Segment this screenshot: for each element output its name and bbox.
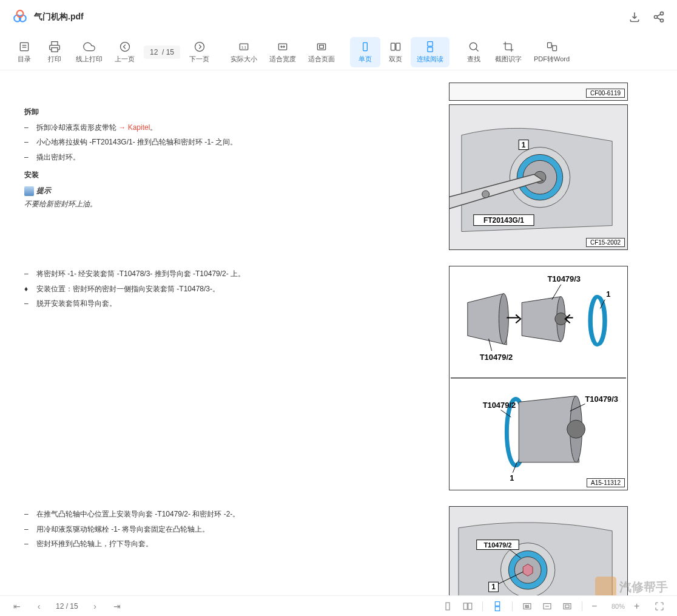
doc-text-block: –将密封环 -1- 经安装套筒 -T10478/3- 推到导向套 -T10479… bbox=[24, 266, 449, 494]
svg-rect-72 bbox=[564, 603, 571, 609]
svg-point-8 bbox=[195, 42, 204, 51]
svg-point-5 bbox=[661, 19, 664, 22]
continuous-view-icon[interactable] bbox=[492, 601, 503, 612]
figure: T10479/3 T10479/2 1 T10479/2 T10479/3 1 bbox=[449, 266, 628, 490]
svg-rect-14 bbox=[363, 42, 368, 50]
svg-rect-65 bbox=[463, 603, 467, 609]
svg-rect-17 bbox=[428, 41, 433, 46]
cloud-print-button[interactable]: 线上打印 bbox=[70, 37, 109, 67]
svg-rect-21 bbox=[552, 46, 556, 50]
figure: 1 FT20143G/1 CF15-2002 bbox=[449, 104, 628, 250]
svg-point-3 bbox=[661, 12, 664, 15]
svg-rect-66 bbox=[468, 603, 472, 609]
svg-rect-12 bbox=[317, 44, 325, 50]
share-icon[interactable] bbox=[653, 11, 665, 23]
doc-text-block: 拆卸 –拆卸冷却液泵齿形皮带轮 → Kapitel。 –小心地将拉拔钩 -FT2… bbox=[24, 83, 449, 254]
next-page-button[interactable]: 下一页 bbox=[183, 37, 215, 67]
header-bar: 气门机构.pdf bbox=[0, 0, 677, 34]
double-page-icon bbox=[389, 41, 402, 53]
single-page-button[interactable]: 单页 bbox=[350, 37, 380, 67]
file-title: 气门机构.pdf bbox=[34, 12, 84, 22]
next-page-button[interactable]: › bbox=[90, 601, 100, 611]
fit-width-icon[interactable] bbox=[542, 601, 553, 612]
heading: 安装 bbox=[24, 169, 437, 182]
link[interactable]: → Kapitel bbox=[118, 123, 150, 132]
svg-rect-64 bbox=[446, 603, 450, 610]
crop-icon bbox=[502, 41, 514, 53]
prev-page-button[interactable]: 上一页 bbox=[109, 37, 141, 67]
page-number-input[interactable] bbox=[144, 46, 180, 59]
double-view-icon[interactable] bbox=[462, 601, 473, 612]
prev-page-button[interactable]: ‹ bbox=[34, 601, 44, 611]
footer-bar: ⇤ ‹ 12 / 15 › ⇥ 1:1 − 80% + bbox=[0, 595, 677, 616]
continuous-icon bbox=[424, 41, 436, 53]
doc-text-block: –在推气凸轮轴中心位置上安装导向套 -T10479/2- 和密封环 -2-。 –… bbox=[24, 506, 449, 595]
cloud-print-icon bbox=[83, 41, 95, 53]
crop-ocr-button[interactable]: 截图识字 bbox=[489, 37, 528, 67]
toolbar: 目录 打印 线上打印 上一页 下一页 1:1 实际大小 适合宽度 适合页面 单页… bbox=[0, 34, 677, 70]
svg-text:1: 1 bbox=[522, 141, 526, 149]
svg-rect-20 bbox=[547, 42, 551, 47]
page-indicator: 12 / 15 bbox=[56, 602, 78, 611]
fit-width-icon bbox=[277, 41, 289, 53]
svg-text:1:1: 1:1 bbox=[241, 45, 246, 49]
convert-button[interactable]: PDF转Word bbox=[528, 37, 576, 67]
svg-marker-57 bbox=[523, 564, 533, 576]
svg-point-19 bbox=[470, 42, 477, 50]
toc-button[interactable]: 目录 bbox=[9, 37, 39, 67]
zoom-out-icon[interactable]: − bbox=[591, 601, 602, 612]
zoom-level: 80% bbox=[611, 603, 625, 610]
svg-rect-18 bbox=[428, 47, 433, 52]
figure-label: CF15-2002 bbox=[586, 238, 625, 247]
svg-rect-6 bbox=[20, 42, 28, 50]
double-page-button[interactable]: 双页 bbox=[380, 37, 411, 67]
svg-rect-16 bbox=[396, 43, 400, 50]
prev-icon bbox=[119, 41, 131, 53]
heading: 拆卸 bbox=[24, 106, 437, 119]
actual-size-icon: 1:1 bbox=[238, 41, 250, 53]
search-button[interactable]: 查找 bbox=[459, 37, 489, 67]
fullscreen-icon[interactable] bbox=[654, 601, 665, 612]
svg-text:1: 1 bbox=[491, 583, 496, 591]
svg-rect-68 bbox=[495, 606, 500, 611]
fit-page-button[interactable]: 适合页面 bbox=[302, 37, 341, 67]
single-view-icon[interactable] bbox=[442, 601, 453, 612]
fit-page-icon bbox=[315, 41, 328, 53]
fit-page-icon[interactable] bbox=[562, 601, 573, 612]
figure-label: A15-11312 bbox=[587, 478, 625, 487]
actual-size-button[interactable]: 1:1 实际大小 bbox=[224, 37, 263, 67]
actual-size-icon[interactable]: 1:1 bbox=[522, 601, 533, 612]
svg-text:FT20143G/1: FT20143G/1 bbox=[483, 216, 524, 225]
svg-rect-15 bbox=[391, 43, 396, 50]
svg-text:T10479/2: T10479/2 bbox=[483, 401, 516, 410]
svg-text:1:1: 1:1 bbox=[525, 605, 530, 608]
zoom-in-icon[interactable]: + bbox=[634, 601, 645, 612]
svg-point-46 bbox=[567, 420, 585, 438]
continuous-button[interactable]: 连续阅读 bbox=[411, 37, 450, 67]
svg-text:T10479/2: T10479/2 bbox=[480, 353, 513, 362]
svg-point-33 bbox=[499, 294, 508, 344]
svg-text:T10479/3: T10479/3 bbox=[585, 394, 618, 404]
last-page-button[interactable]: ⇥ bbox=[112, 601, 122, 611]
svg-text:1: 1 bbox=[606, 289, 610, 299]
print-icon bbox=[49, 41, 61, 53]
search-icon bbox=[468, 41, 480, 53]
next-icon bbox=[194, 41, 206, 53]
svg-text:T10479/3: T10479/3 bbox=[547, 274, 581, 283]
figure: CF00-6119 bbox=[449, 83, 628, 101]
info-icon bbox=[24, 186, 34, 196]
svg-point-4 bbox=[655, 15, 658, 18]
document-viewport[interactable]: 拆卸 –拆卸冷却液泵齿形皮带轮 → Kapitel。 –小心地将拉拔钩 -FT2… bbox=[0, 70, 677, 595]
print-button[interactable]: 打印 bbox=[39, 37, 70, 67]
svg-rect-67 bbox=[495, 601, 500, 606]
fit-width-button[interactable]: 适合宽度 bbox=[263, 37, 302, 67]
app-logo bbox=[12, 9, 28, 25]
download-icon[interactable] bbox=[628, 11, 641, 23]
svg-text:T10479/2: T10479/2 bbox=[483, 541, 511, 549]
watermark-icon bbox=[595, 577, 616, 598]
svg-rect-73 bbox=[565, 604, 569, 608]
svg-text:1: 1 bbox=[510, 473, 514, 482]
svg-rect-13 bbox=[320, 45, 324, 48]
watermark: 汽修帮手 bbox=[595, 577, 668, 598]
first-page-button[interactable]: ⇤ bbox=[12, 601, 22, 611]
